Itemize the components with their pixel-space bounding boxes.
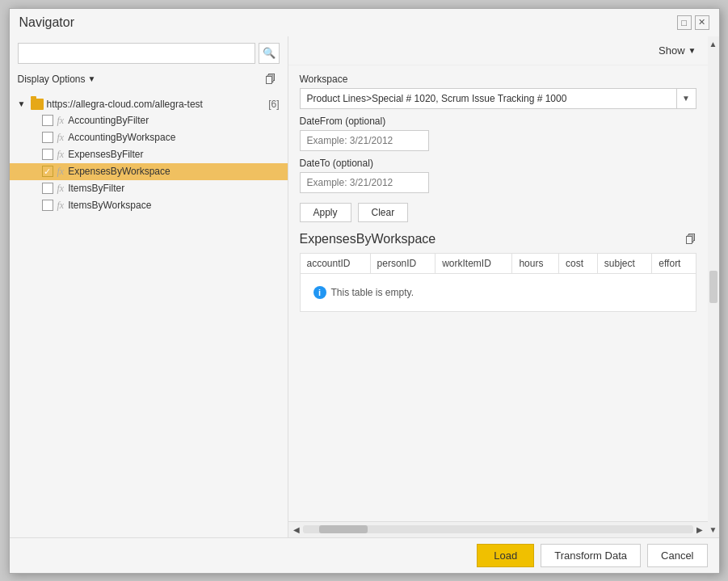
- chevron-down-icon: ▼: [682, 94, 690, 103]
- collapse-arrow-icon: ▼: [18, 99, 27, 108]
- empty-msg-text: This table is empty.: [331, 287, 414, 298]
- fx-icon: fx: [57, 132, 65, 144]
- h-scroll-track: [303, 525, 693, 533]
- right-panel: Show ▼ Workspace Product Lines>Special #…: [288, 36, 719, 537]
- apply-button[interactable]: Apply: [300, 203, 351, 222]
- tree-item-accountingbyworkspace[interactable]: fxAccountingByWorkspace: [10, 129, 288, 146]
- col-effort: effort: [652, 253, 696, 273]
- title-bar-controls: □ ✕: [677, 15, 709, 30]
- tree-root-label: https://allegra-cloud.com/allegra-test: [47, 99, 266, 110]
- scroll-up-arrow[interactable]: ▲: [708, 38, 719, 50]
- col-subject: subject: [597, 253, 651, 273]
- show-label: Show: [659, 44, 685, 57]
- date-to-section: DateTo (optional): [300, 158, 696, 193]
- fx-icon: fx: [57, 115, 65, 127]
- minimize-button[interactable]: □: [677, 15, 692, 30]
- show-dropdown[interactable]: Show ▼: [659, 44, 696, 57]
- col-cost: cost: [559, 253, 598, 273]
- display-options-button[interactable]: Display Options ▼: [18, 74, 96, 85]
- workspace-dropdown-arrow[interactable]: ▼: [676, 89, 696, 108]
- table-copy-icon[interactable]: 🗍: [685, 233, 696, 246]
- transform-data-button[interactable]: Transform Data: [541, 544, 641, 567]
- tree-item-itemsbyfilter[interactable]: fxItemsByFilter: [10, 180, 288, 197]
- cancel-button[interactable]: Cancel: [647, 544, 707, 567]
- scroll-down-arrow[interactable]: ▼: [708, 524, 719, 536]
- load-button[interactable]: Load: [477, 544, 534, 567]
- date-to-input[interactable]: [300, 172, 429, 193]
- data-table: accountIDpersonIDworkItemIDhourscostsubj…: [300, 253, 696, 312]
- workspace-label: Workspace: [300, 74, 696, 85]
- col-hours: hours: [512, 253, 559, 273]
- item-count: [6]: [268, 99, 279, 110]
- item-label-itemsbyworkspace: ItemsByWorkspace: [68, 200, 151, 211]
- copy-icon[interactable]: 🗍: [262, 70, 280, 88]
- h-scroll-thumb[interactable]: [319, 525, 368, 533]
- empty-table-cell: i This table is empty.: [300, 273, 696, 311]
- display-options-label: Display Options: [18, 74, 86, 85]
- checkbox-accountingbyfilter[interactable]: [42, 115, 53, 126]
- workspace-value: Product Lines>Special # 1020, Scrum Issu…: [301, 93, 676, 104]
- date-from-section: DateFrom (optional): [300, 116, 696, 151]
- checkbox-itemsbyfilter[interactable]: [42, 183, 53, 194]
- workspace-dropdown[interactable]: Product Lines>Special # 1020, Scrum Issu…: [300, 88, 696, 109]
- fx-icon: fx: [57, 166, 65, 178]
- checkbox-expensesbyworkspace[interactable]: ✓: [42, 166, 53, 177]
- tree-root[interactable]: ▼ https://allegra-cloud.com/allegra-test…: [10, 96, 288, 112]
- col-accountid: accountID: [300, 253, 370, 273]
- fx-icon: fx: [57, 200, 65, 212]
- fx-icon: fx: [57, 183, 65, 195]
- search-button[interactable]: 🔍: [259, 43, 280, 64]
- clear-button[interactable]: Clear: [358, 203, 409, 222]
- navigator-dialog: Navigator □ ✕ 🔍 Display Options ▼ 🗍 ▼: [9, 8, 720, 574]
- left-panel: 🔍 Display Options ▼ 🗍 ▼ https://allegra-…: [10, 36, 288, 537]
- search-input[interactable]: [18, 43, 255, 64]
- table-title: ExpensesByWorkspace: [300, 232, 436, 246]
- date-from-input[interactable]: [300, 130, 429, 151]
- empty-table-message: i This table is empty.: [307, 278, 689, 307]
- item-label-itemsbyfilter: ItemsByFilter: [68, 183, 124, 194]
- item-label-accountingbyfilter: AccountingByFilter: [68, 115, 149, 126]
- date-from-label: DateFrom (optional): [300, 116, 696, 127]
- show-arrow: ▼: [688, 46, 696, 55]
- tree-items-container: fxAccountingByFilterfxAccountingByWorksp…: [10, 112, 288, 214]
- table-row: i This table is empty.: [300, 273, 696, 311]
- dialog-footer: Load Transform Data Cancel: [10, 537, 719, 573]
- v-scroll-thumb[interactable]: [709, 271, 717, 303]
- dialog-body: 🔍 Display Options ▼ 🗍 ▼ https://allegra-…: [10, 36, 719, 537]
- vertical-scrollbar[interactable]: ▲ ▼: [708, 36, 719, 537]
- tree-item-expensesbyworkspace[interactable]: ✓fxExpensesByWorkspace: [10, 163, 288, 180]
- dialog-title: Navigator: [19, 15, 74, 30]
- tree-item-expensesbyfilter[interactable]: fxExpensesByFilter: [10, 146, 288, 163]
- date-to-label: DateTo (optional): [300, 158, 696, 169]
- workspace-section: Workspace Product Lines>Special # 1020, …: [300, 74, 696, 109]
- item-label-accountingbyworkspace: AccountingByWorkspace: [68, 132, 175, 143]
- fx-icon: fx: [57, 149, 65, 161]
- table-section: ExpensesByWorkspace 🗍 accountIDpersonIDw…: [300, 232, 696, 312]
- checkbox-itemsbyworkspace[interactable]: [42, 200, 53, 211]
- tree-item-accountingbyfilter[interactable]: fxAccountingByFilter: [10, 112, 288, 129]
- table-title-row: ExpensesByWorkspace 🗍: [300, 232, 696, 246]
- col-workitemid: workItemID: [436, 253, 512, 273]
- display-options-bar: Display Options ▼ 🗍: [10, 69, 288, 93]
- action-buttons: Apply Clear: [300, 203, 696, 222]
- right-scroll-area: Workspace Product Lines>Special # 1020, …: [288, 65, 708, 521]
- scroll-right-arrow[interactable]: ▶: [693, 525, 706, 534]
- item-label-expensesbyworkspace: ExpensesByWorkspace: [68, 166, 170, 177]
- display-options-arrow: ▼: [88, 74, 96, 83]
- table-header-row: accountIDpersonIDworkItemIDhourscostsubj…: [300, 253, 696, 273]
- col-personid: personID: [370, 253, 436, 273]
- tree-area: ▼ https://allegra-cloud.com/allegra-test…: [10, 93, 288, 537]
- title-bar: Navigator □ ✕: [10, 9, 719, 36]
- folder-icon: [31, 99, 44, 110]
- checkbox-accountingbyworkspace[interactable]: [42, 132, 53, 143]
- horizontal-scrollbar[interactable]: ◀ ▶: [288, 521, 708, 537]
- scroll-left-arrow[interactable]: ◀: [290, 525, 303, 534]
- item-label-expensesbyfilter: ExpensesByFilter: [68, 149, 143, 160]
- close-button[interactable]: ✕: [695, 15, 709, 30]
- info-icon: i: [314, 286, 326, 299]
- tree-item-itemsbyworkspace[interactable]: fxItemsByWorkspace: [10, 197, 288, 214]
- right-top: Show ▼: [288, 36, 708, 65]
- search-bar: 🔍: [10, 36, 288, 69]
- checkbox-expensesbyfilter[interactable]: [42, 149, 53, 160]
